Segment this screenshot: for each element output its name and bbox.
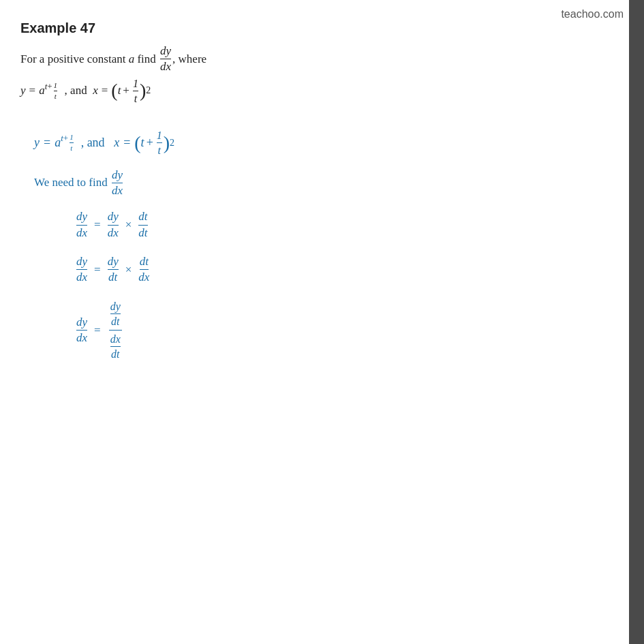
page-container: teachoo.com Example 47 For a positive co…	[0, 0, 644, 644]
final-eq: =	[94, 324, 101, 337]
given-y: y	[34, 136, 40, 150]
given-x: x	[114, 136, 119, 150]
given-block: y = a t+ 1 t , and x = ( t + 1	[34, 129, 610, 361]
given-eq2: =	[123, 136, 130, 150]
final-lhs: dy dx	[76, 316, 87, 346]
given-paren-close: )	[164, 134, 170, 153]
dy-num: dy	[160, 44, 171, 59]
given-line-equations: y = a t+ 1 t , and x = ( t + 1	[34, 129, 610, 157]
step-1: dy dx = dy dx × dt dt	[75, 210, 610, 240]
compound-bottom: dx dt	[109, 331, 122, 361]
y-var: y	[20, 84, 26, 97]
given-paren-open: (	[134, 134, 140, 153]
step1-rhs1: dy dx	[108, 210, 119, 240]
step2-rhs1: dy dt	[108, 255, 119, 285]
step-final: dy dx = dy dt	[75, 300, 610, 361]
row2-eq1: =	[29, 84, 36, 97]
t-var1: t	[118, 84, 121, 97]
problem-row1: For a positive constant a find dy dx , w…	[20, 44, 610, 74]
given-a: a	[55, 136, 61, 150]
row2-eq2: =	[102, 84, 108, 97]
compound-fraction: dy dt dx dt	[109, 300, 122, 361]
right-bar	[629, 0, 644, 644]
find-text: find	[137, 52, 155, 66]
given-t: t	[141, 136, 144, 150]
need-find-text: We need to find	[34, 176, 108, 189]
given-and: , and	[75, 136, 114, 150]
step1-times: ×	[125, 218, 132, 232]
paren-close1: )	[140, 81, 146, 100]
need-find-fraction: dy dx	[112, 168, 123, 198]
exponent-block: t+ 1 t	[45, 81, 59, 101]
step1-eq: =	[94, 218, 101, 232]
step2-times: ×	[125, 263, 132, 277]
paren-open1: (	[111, 81, 117, 100]
given-exp: t+ 1 t	[61, 133, 74, 153]
given-plus: +	[147, 136, 153, 150]
problem-row2: y = a t+ 1 t , and x = ( t + 1 t )	[20, 77, 610, 105]
plus1: +	[123, 84, 129, 97]
exp-frac: 1 t	[54, 81, 58, 101]
intro-text: For a positive constant	[20, 52, 125, 66]
steps-block: dy dx = dy dx × dt dt	[75, 210, 610, 361]
step1-rhs2: dt dt	[138, 210, 147, 240]
one-over-t-1: 1 t	[133, 77, 138, 105]
step2-rhs2: dt dx	[138, 255, 149, 285]
and-text1: , and	[65, 84, 93, 97]
compound-bot-frac: dx dt	[110, 333, 121, 361]
power2-1: 2	[146, 85, 151, 96]
dy-dx-fraction: dy dx	[160, 44, 171, 74]
step2-eq: =	[94, 263, 101, 277]
given-exp-frac: 1 t	[70, 133, 74, 153]
x-var1: x	[93, 84, 98, 97]
step-2: dy dx = dy dt × dt dx	[75, 255, 610, 285]
need-find-line: We need to find dy dx	[34, 168, 610, 198]
compound-top-frac: dy dt	[110, 300, 121, 328]
a-base: a	[39, 84, 45, 97]
watermark: teachoo.com	[561, 8, 624, 20]
dx-den: dx	[160, 59, 171, 74]
step1-lhs: dy dx	[76, 210, 87, 240]
given-one-over-t: 1 t	[157, 129, 162, 157]
example-heading: Example 47	[20, 20, 610, 36]
compound-top: dy dt	[109, 300, 122, 331]
given-eq1: =	[44, 136, 50, 150]
heading-text: Example 47	[20, 20, 95, 35]
where-text: , where	[172, 52, 206, 66]
watermark-text: teachoo.com	[561, 8, 624, 20]
a-var: a	[129, 52, 135, 66]
given-power2: 2	[170, 138, 174, 149]
step2-lhs: dy dx	[76, 255, 87, 285]
main-content: Example 47 For a positive constant a fin…	[20, 20, 610, 376]
